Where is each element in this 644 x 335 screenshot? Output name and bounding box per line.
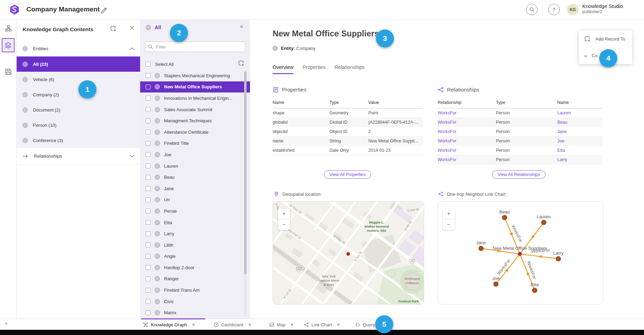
select-all-checkbox[interactable] <box>146 62 151 67</box>
zoom-in-button[interactable]: + <box>278 209 290 219</box>
item-checkbox[interactable] <box>146 288 151 293</box>
cell-link[interactable]: Jane <box>557 127 602 136</box>
item-checkbox[interactable] <box>146 310 151 315</box>
list-item[interactable]: Innovations in Mechanical Engin... <box>140 92 250 104</box>
list-item[interactable]: Civic <box>140 296 250 307</box>
list-item[interactable]: Angie <box>140 251 250 262</box>
node-Jane[interactable] <box>479 246 483 251</box>
bottom-tab-knowledge-graph[interactable]: Knowledge Graph✕ <box>143 319 195 330</box>
list-item[interactable]: Larry <box>140 228 250 239</box>
search-button[interactable] <box>526 4 538 15</box>
geospatial-map[interactable]: W Clay Stk RdW Marshall StE Clay StN 3rd… <box>273 201 424 305</box>
tab-overview[interactable]: Overview <box>273 64 293 74</box>
item-checkbox[interactable] <box>146 152 151 157</box>
list-item[interactable]: Matrix <box>140 307 250 318</box>
select-all-row[interactable]: Select All <box>146 59 173 69</box>
bottom-tab-query[interactable]: Query <box>355 319 375 330</box>
menu-item-add-record-to[interactable]: Add Record To <box>579 30 632 47</box>
node-Lauren[interactable] <box>541 220 546 225</box>
list-item[interactable]: Persie <box>140 205 250 217</box>
bottom-tab-map[interactable]: Map✕ <box>269 319 294 330</box>
item-checkbox[interactable] <box>146 220 151 225</box>
filter-input[interactable] <box>155 44 242 50</box>
item-checkbox[interactable] <box>146 96 151 100</box>
close-tab-icon[interactable]: ✕ <box>192 322 195 327</box>
entity-type-row[interactable]: Conference (3) <box>16 133 140 148</box>
cell-link[interactable]: Lauren <box>557 108 602 118</box>
item-checkbox[interactable] <box>146 243 151 247</box>
avatar[interactable]: KS <box>567 4 578 15</box>
close-panel-icon[interactable] <box>130 26 134 30</box>
entity-type-row[interactable]: All (23) <box>16 56 140 72</box>
close-tab-icon[interactable]: ✕ <box>248 322 252 327</box>
item-checkbox[interactable] <box>146 130 151 134</box>
expand-rail-icon[interactable]: » <box>3 320 10 326</box>
cell-link[interactable]: Etta <box>557 146 602 155</box>
item-checkbox[interactable] <box>146 85 151 89</box>
cell-link[interactable]: WorksFor <box>438 136 496 146</box>
cell-link[interactable]: WorksFor <box>438 108 496 118</box>
zoom-out-button[interactable]: − <box>443 219 455 230</box>
item-checkbox[interactable] <box>146 265 151 270</box>
list-item[interactable]: Attendance Certificate <box>140 126 250 138</box>
entity-type-row[interactable]: Vehicle (6) <box>16 72 140 87</box>
scrollbar-thumb[interactable] <box>244 71 247 274</box>
collapse-panel-icon[interactable]: « <box>238 23 245 30</box>
item-checkbox[interactable] <box>146 141 151 146</box>
close-tab-icon[interactable]: ✕ <box>337 322 340 327</box>
layers-icon[interactable] <box>2 38 15 52</box>
list-item[interactable]: Lilith <box>140 239 250 251</box>
list-item[interactable]: Jane <box>140 183 250 194</box>
edit-title-button[interactable] <box>100 6 108 14</box>
zoom-out-button[interactable]: − <box>278 219 290 230</box>
cell-link[interactable]: WorksFor <box>438 146 496 155</box>
entity-type-row[interactable]: Document (2) <box>16 102 140 117</box>
scope-selector[interactable]: All <box>146 25 161 30</box>
node-Larry[interactable] <box>556 256 561 261</box>
cell-link[interactable]: WorksFor <box>438 155 496 165</box>
list-item[interactable]: Hardtop 2-door <box>140 262 250 273</box>
entities-section-header[interactable]: Entities <box>16 41 140 56</box>
item-checkbox[interactable] <box>146 73 151 78</box>
help-button[interactable]: ? <box>548 4 560 15</box>
list-item[interactable]: Uri <box>140 194 250 206</box>
list-item[interactable]: Etta <box>140 217 250 228</box>
relationships-section-header[interactable]: Relationships <box>16 148 140 165</box>
close-tab-icon[interactable]: ✕ <box>290 322 294 327</box>
item-checkbox[interactable] <box>146 197 151 202</box>
item-checkbox[interactable] <box>146 254 151 259</box>
item-checkbox[interactable] <box>146 231 151 236</box>
tab-properties[interactable]: Properties <box>302 64 325 74</box>
list-item[interactable]: Joe <box>140 149 250 160</box>
item-checkbox[interactable] <box>146 107 151 112</box>
list-item[interactable]: Firebird Title <box>140 138 250 149</box>
node-Joe[interactable] <box>493 282 498 286</box>
list-item[interactable]: Beau <box>140 171 250 183</box>
add-record-icon[interactable] <box>238 60 244 67</box>
item-checkbox[interactable] <box>146 276 151 281</box>
item-checkbox[interactable] <box>146 186 151 191</box>
item-checkbox[interactable] <box>146 118 151 123</box>
list-item[interactable]: Lauren <box>140 160 250 172</box>
item-checkbox[interactable] <box>146 299 151 304</box>
list-item[interactable]: New Metal Office Suppliers <box>140 81 250 93</box>
view-all-relationships-button[interactable]: View All Relationships <box>492 170 546 179</box>
bottom-tab-dashboard[interactable]: Dashboard✕ <box>214 319 251 330</box>
list-item[interactable]: Managment Techniques <box>140 115 250 126</box>
node-center[interactable] <box>518 252 522 256</box>
cell-link[interactable]: WorksFor <box>438 127 496 136</box>
item-checkbox[interactable] <box>146 209 151 213</box>
tab-relationships[interactable]: Relationships <box>335 64 365 74</box>
save-icon[interactable] <box>2 66 14 77</box>
node-Beau[interactable] <box>502 215 507 220</box>
cell-link[interactable]: Joe <box>557 136 602 146</box>
list-item[interactable]: Sales Associate Summit <box>140 104 250 115</box>
cell-link[interactable]: Beau <box>557 118 602 127</box>
cell-link[interactable]: WorksFor <box>438 118 496 127</box>
zoom-in-button[interactable]: + <box>443 209 455 219</box>
list-item[interactable]: Staplers Mechanical Engineering <box>140 70 250 81</box>
item-checkbox[interactable] <box>146 175 151 180</box>
add-item-icon[interactable] <box>110 25 117 32</box>
list-item[interactable]: Firebird Trans Am <box>140 284 250 296</box>
data-model-icon[interactable] <box>2 23 14 34</box>
